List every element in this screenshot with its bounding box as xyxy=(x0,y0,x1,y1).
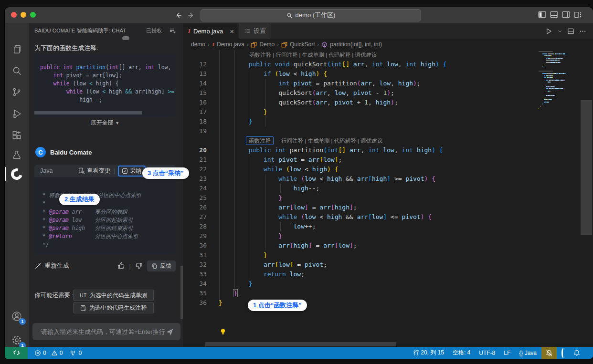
code-line-29: 29 } xyxy=(183,231,593,241)
breadcrumb-folder[interactable]: demo xyxy=(191,41,205,48)
java-file-icon: J xyxy=(212,42,215,47)
navigate-back-icon[interactable] xyxy=(174,11,183,20)
diff-icon xyxy=(78,167,85,174)
accounts-icon[interactable]: 1 xyxy=(5,307,29,326)
code-line-19: 19 xyxy=(183,126,593,136)
clear-chat-icon[interactable] xyxy=(169,27,176,34)
toggle-primary-sidebar-icon[interactable] xyxy=(538,11,547,19)
class-icon xyxy=(251,42,257,48)
run-dropdown-chevron-icon[interactable] xyxy=(557,29,562,34)
ports-status[interactable]: 0 xyxy=(69,349,82,356)
code-line-17: 17 } xyxy=(183,107,593,117)
send-icon[interactable] xyxy=(166,328,174,336)
problems-status[interactable]: 0 0 xyxy=(34,350,63,356)
more-actions-icon[interactable] xyxy=(579,28,586,35)
customize-layout-icon[interactable] xyxy=(574,11,582,19)
zoom-window-button[interactable] xyxy=(30,12,36,18)
source-control-icon[interactable] xyxy=(5,83,29,102)
cursor-position[interactable]: 行 20, 列 15 xyxy=(413,349,444,357)
generate-unit-test-button[interactable]: UT 为选中的代码生成单测 xyxy=(73,290,154,301)
callout-step1: 1 点击“函数注释” xyxy=(248,300,307,311)
accept-button[interactable]: 采纳 xyxy=(118,166,146,177)
status-bar: 0 0 0 行 20, 列 15 空格: 4 UTF-8 LF {} Java xyxy=(5,347,593,359)
thumbs-up-icon[interactable] xyxy=(117,262,125,270)
expand-all-button[interactable]: 展开全部 ▼ xyxy=(29,119,181,127)
breadcrumb-class-quicksort[interactable]: QuickSort xyxy=(290,41,315,48)
java-file-icon: J xyxy=(188,28,191,35)
breadcrumb-class-demo[interactable]: Demo xyxy=(259,41,275,48)
callout-step3: 3 点击“采纳” xyxy=(142,167,189,179)
encoding[interactable]: UTF-8 xyxy=(479,350,495,356)
testing-icon[interactable] xyxy=(5,146,29,165)
horizontal-scrollbar[interactable] xyxy=(34,111,142,114)
view-changes-button[interactable]: 查看变更 xyxy=(78,167,111,175)
comate-panel-icon[interactable] xyxy=(5,165,29,184)
navigate-forward-icon[interactable] xyxy=(187,11,195,20)
run-file-icon[interactable] xyxy=(545,28,552,35)
indentation[interactable]: 空格: 4 xyxy=(453,349,470,357)
split-editor-icon[interactable] xyxy=(567,28,574,35)
code-line-16: 16 quickSort(arr, pivot + 1, high); xyxy=(183,98,593,107)
language-mode[interactable]: {} Java xyxy=(519,350,537,356)
code-line-15: 15 quickSort(arr, low, pivot - 1); xyxy=(183,88,593,98)
comate-status-icon[interactable] xyxy=(561,350,564,356)
close-tab-icon[interactable]: × xyxy=(230,27,234,35)
eol-sequence[interactable]: LF xyxy=(504,350,510,356)
remote-indicator[interactable] xyxy=(5,347,28,359)
code-line-24: 24 high--; xyxy=(183,184,593,193)
toggle-secondary-sidebar-icon[interactable] xyxy=(562,11,571,19)
tab-settings[interactable]: 设置 xyxy=(239,23,271,39)
toggle-panel-icon[interactable] xyxy=(550,11,559,19)
regenerate-button[interactable]: 重新生成 xyxy=(44,261,69,270)
code-line-18: 18 } xyxy=(183,117,593,126)
authorized-status: 已授权 xyxy=(146,27,162,34)
breadcrumb: demo › J Demo.java › Demo › QuickSort › … xyxy=(183,39,593,50)
search-icon xyxy=(286,12,293,19)
generate-comment-button[interactable]: 为选中的代码生成注释 xyxy=(73,302,154,313)
method-icon xyxy=(321,42,328,48)
code-line-26: 26 arr[low] = arr[high]; xyxy=(183,203,593,212)
settings-list-icon xyxy=(244,28,251,34)
code-line-33: 33 return low; xyxy=(183,270,593,279)
command-center-search[interactable]: demo (工作区) xyxy=(201,9,421,21)
panel-title: BAIDU COMATE 智能编码助手: CHAT xyxy=(34,27,126,34)
code-line-30: 30 arr[high] = arr[low]; xyxy=(183,241,593,250)
class-icon xyxy=(281,42,287,48)
accounts-badge: 1 xyxy=(19,318,26,325)
codelens-row[interactable]: 函数注释行间注释 | 生成单测 | 代码解释 | 调优建议 xyxy=(183,136,593,146)
do-not-disturb-bell-icon[interactable] xyxy=(541,347,557,359)
feedback-button[interactable]: 反馈 xyxy=(147,260,176,271)
explorer-icon[interactable] xyxy=(5,40,29,59)
code-line-23: 23 while (low < high && arr[high] >= piv… xyxy=(183,174,593,184)
language-label: Java xyxy=(40,167,53,174)
code-line-12: 12 public void quickSort(int[] arr, int … xyxy=(183,60,593,69)
code-line-14: 14 int pivot = partition(arr, low, high)… xyxy=(183,79,593,88)
notifications-bell-icon[interactable] xyxy=(573,349,581,357)
run-debug-icon[interactable] xyxy=(5,104,29,123)
vscode-window: demo (工作区) xyxy=(5,7,593,359)
minimize-window-button[interactable] xyxy=(21,12,26,18)
broadcast-tower-icon xyxy=(69,349,76,356)
breadcrumb-method[interactable]: partition(int[], int, int) xyxy=(330,41,382,48)
editor-horizontal-scrollbar[interactable] xyxy=(205,342,396,346)
suggestions-label: 你可能还需要： xyxy=(34,291,76,300)
thumbs-down-icon[interactable] xyxy=(135,262,143,270)
generated-comment: * 将数组分区，并返回分区的中心点索引 * * @param arr 要分区的数… xyxy=(34,177,176,255)
chat-input[interactable] xyxy=(40,328,166,336)
chat-input-box[interactable] xyxy=(32,323,180,340)
minimap[interactable] xyxy=(539,51,581,242)
breadcrumb-file[interactable]: Demo.java xyxy=(217,41,244,48)
code-lines: 函数注释 | 行间注释 | 生成单测 | 代码解释 | 调优建议12 publi… xyxy=(183,50,593,308)
extensions-icon[interactable] xyxy=(5,125,29,145)
editor-group: J Demo.java × 设置 demo › J xyxy=(183,23,593,347)
window-title: demo (工作区) xyxy=(296,11,336,20)
code-area[interactable]: 函数注释 | 行间注释 | 生成单测 | 代码解释 | 调优建议12 publi… xyxy=(183,50,593,347)
tab-demo-java[interactable]: J Demo.java × xyxy=(183,23,239,39)
user-code-lines: public int partition(int[] arr, int low,… xyxy=(40,63,174,104)
editor-vertical-scrollbar[interactable] xyxy=(581,100,592,235)
search-icon[interactable] xyxy=(5,61,29,80)
error-icon xyxy=(34,350,41,356)
codelens-row[interactable]: 函数注释 | 行间注释 | 生成单测 | 代码解释 | 调优建议 xyxy=(183,50,593,60)
close-window-button[interactable] xyxy=(11,12,17,18)
lightbulb-icon[interactable] xyxy=(219,328,227,336)
